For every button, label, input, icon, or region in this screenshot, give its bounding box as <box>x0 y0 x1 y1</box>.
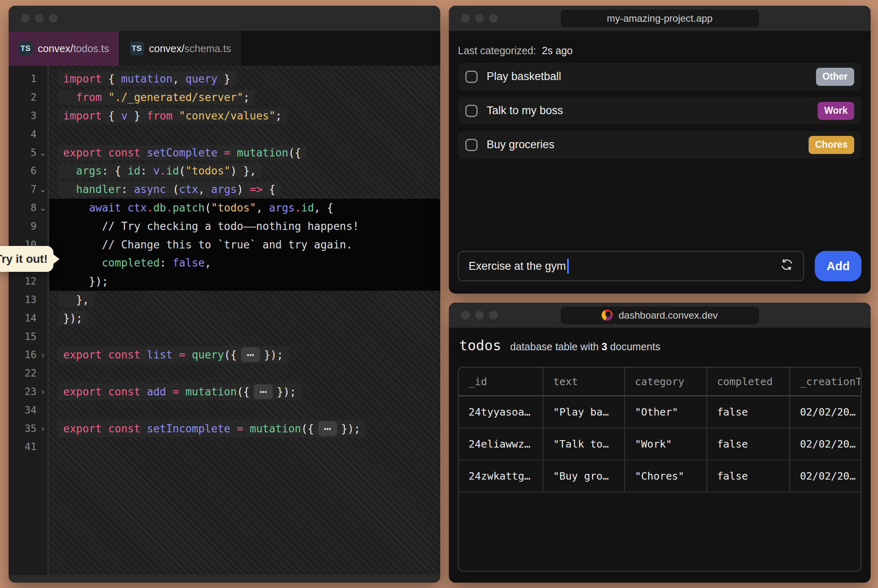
code-line[interactable]: 11 completed: false, <box>9 254 440 272</box>
todo-checkbox[interactable] <box>465 105 478 117</box>
folded-code-icon[interactable]: ⋯ <box>254 384 273 399</box>
editor-body[interactable]: 1import { mutation, query }2 from "./_ge… <box>9 66 440 575</box>
window-control-dot[interactable] <box>461 14 470 23</box>
typescript-file-icon: TS <box>130 41 144 55</box>
todo-app-window: my-amazing-project.app Last categorized:… <box>449 6 871 294</box>
table-cell: 24tyyasoa… <box>459 396 543 427</box>
code-line[interactable]: 7⌄ handler: async (ctx, args) => { <box>9 180 440 199</box>
window-control-dot[interactable] <box>475 14 484 23</box>
code-line[interactable]: 14}); <box>9 309 440 327</box>
code-line[interactable]: 13 }, <box>9 291 440 309</box>
table-cell: "Play ba… <box>543 396 625 427</box>
code-line[interactable]: 4 <box>9 125 440 143</box>
table-subtitle: database table with 3 documents <box>510 341 660 353</box>
refresh-icon[interactable] <box>779 257 794 275</box>
tab-label-file: todos.ts <box>73 43 109 54</box>
window-control-dot[interactable] <box>21 14 30 23</box>
table-row[interactable]: 24eliawwz…"Talk to…"Work"false02/02/20… <box>459 428 861 460</box>
fold-collapsed-icon[interactable]: › <box>37 424 49 433</box>
fold-open-icon[interactable]: ⌄ <box>37 203 49 213</box>
editor-statusbar <box>9 575 440 583</box>
fold-open-icon[interactable]: ⌄ <box>37 184 49 194</box>
new-todo-input-value: Exercise at the gym <box>469 260 566 273</box>
code-line[interactable]: 12 }); <box>9 272 440 291</box>
fold-collapsed-icon[interactable]: › <box>37 350 49 360</box>
column-header[interactable]: completed <box>707 368 790 395</box>
line-number: 2 <box>9 92 37 103</box>
dashboard-titlebar: dashboard.convex.dev <box>449 303 871 328</box>
dashboard-title: dashboard.convex.dev <box>561 307 759 324</box>
code-line[interactable]: 9 // Try checking a todo——nothing happen… <box>9 217 440 235</box>
line-number: 12 <box>9 276 37 287</box>
table-cell: 02/02/20… <box>790 428 861 459</box>
window-control-dot[interactable] <box>35 14 44 23</box>
todo-text: Talk to my boss <box>487 104 818 117</box>
code-line[interactable]: 41 <box>9 438 440 456</box>
fold-open-icon[interactable]: ⌄ <box>37 148 49 158</box>
tab-schema.ts[interactable]: TSconvex/schema.ts <box>120 31 241 66</box>
code-line[interactable]: 6 args: { id: v.id("todos") }, <box>9 162 440 180</box>
code-line[interactable]: 8⌄ await ctx.db.patch("todos", args.id, … <box>9 199 440 217</box>
window-controls <box>461 14 498 23</box>
todo-row: Buy groceriesChores <box>458 131 862 158</box>
add-todo-button[interactable]: Add <box>815 251 862 281</box>
last-categorized-label: Last categorized: <box>458 45 536 56</box>
code-line[interactable]: 5⌄export const setComplete = mutation({ <box>9 143 440 162</box>
table-cell: 24eliawwz… <box>459 428 543 459</box>
line-number: 8 <box>9 202 37 214</box>
window-control-dot[interactable] <box>475 311 484 319</box>
code-line[interactable]: 34 <box>9 401 440 419</box>
code-line[interactable]: 22 <box>9 364 440 383</box>
column-header[interactable]: text <box>543 368 625 395</box>
table-row[interactable]: 24zwkattg…"Buy gro…"Chores"false02/02/20… <box>459 460 861 492</box>
new-todo-input[interactable]: Exercise at the gym <box>458 251 804 281</box>
code-line[interactable]: 35›export const setIncomplete = mutation… <box>9 419 440 438</box>
folded-code-icon[interactable]: ⋯ <box>318 421 337 436</box>
table-cell: false <box>707 396 790 427</box>
database-table: _idtextcategorycompleted_creationTime24t… <box>458 367 862 572</box>
line-number: 35 <box>9 423 37 434</box>
code-line[interactable]: 16›export const list = query({⋯}); <box>9 346 440 364</box>
todo-checkbox[interactable] <box>465 139 478 151</box>
window-controls <box>21 14 57 23</box>
line-number: 15 <box>9 331 37 342</box>
code-line[interactable]: 2 from "./_generated/server"; <box>9 88 440 107</box>
column-header[interactable]: _creationTime <box>790 368 861 395</box>
column-header[interactable]: category <box>625 368 707 395</box>
line-number: 13 <box>9 294 37 305</box>
convex-logo-icon <box>602 310 613 321</box>
line-number: 23 <box>9 386 37 397</box>
window-control-dot[interactable] <box>489 311 498 319</box>
code-line[interactable]: 10 // Change this to `true` and try agai… <box>9 235 440 254</box>
code-line[interactable]: 3import { v } from "convex/values"; <box>9 107 440 125</box>
window-control-dot[interactable] <box>489 14 498 23</box>
code-line[interactable]: 1import { mutation, query } <box>9 70 440 88</box>
window-control-dot[interactable] <box>461 311 470 319</box>
dashboard-title-text: dashboard.convex.dev <box>618 310 718 321</box>
tab-todos.ts[interactable]: TSconvex/todos.ts <box>9 31 119 66</box>
code-editor-window: TSconvex/todos.tsTSconvex/schema.ts 1imp… <box>9 6 440 583</box>
window-controls <box>461 311 498 319</box>
todo-app-title: my-amazing-project.app <box>561 10 759 27</box>
column-header[interactable]: _id <box>459 368 543 395</box>
text-cursor <box>567 259 569 273</box>
code-line[interactable]: 15 <box>9 327 440 346</box>
todo-checkbox[interactable] <box>465 71 478 83</box>
code-line[interactable]: 23›export const add = mutation({⋯}); <box>9 383 440 401</box>
try-it-out-tooltip: Try it out! <box>0 246 53 272</box>
table-header-row: _idtextcategorycompleted_creationTime <box>459 368 861 396</box>
typescript-file-icon: TS <box>18 41 32 55</box>
table-cell: "Buy gro… <box>543 460 625 492</box>
table-cell: 24zwkattg… <box>459 460 543 492</box>
table-row[interactable]: 24tyyasoa…"Play ba…"Other"false02/02/20… <box>459 396 861 428</box>
todo-row: Talk to my bossWork <box>458 97 862 124</box>
table-cell: "Talk to… <box>543 428 625 459</box>
line-number: 22 <box>9 368 37 379</box>
todo-row: Play basketballOther <box>458 63 862 90</box>
window-control-dot[interactable] <box>49 14 57 23</box>
category-badge: Other <box>816 68 854 86</box>
line-number: 34 <box>9 404 37 416</box>
fold-collapsed-icon[interactable]: › <box>37 387 49 396</box>
table-cell: "Chores" <box>625 460 707 492</box>
folded-code-icon[interactable]: ⋯ <box>241 347 260 362</box>
